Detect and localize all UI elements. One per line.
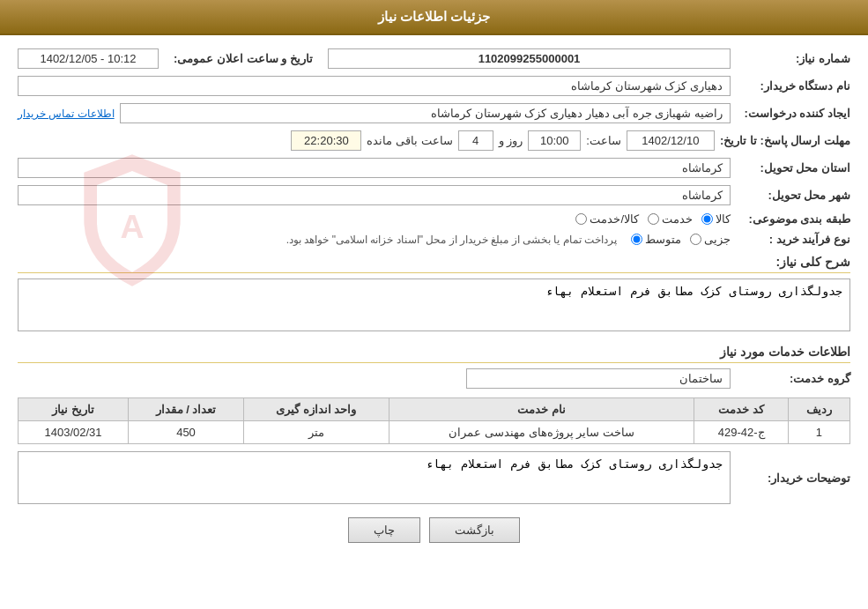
process-options: متوسط جزیی [631,233,731,246]
cell-unit: متر [243,421,389,444]
deadline-date: 1402/12/10 [627,130,715,151]
subject-row: طبقه بندی موضوعی: کالا/خدمت خدمت کالا [18,212,850,226]
services-title: اطلاعات خدمات مورد نیاز [18,345,850,363]
service-group-value: ساختمان [466,368,731,389]
page-header: جزئیات اطلاعات نیاز [0,0,868,35]
subject-option-khedmat[interactable]: خدمت [648,212,693,226]
buyer-desc-label: توضیحات خریدار: [736,472,850,485]
deadline-row: مهلت ارسال پاسخ: تا تاریخ: 1402/12/10 سا… [18,130,850,151]
cell-date: 1403/02/31 [19,421,129,444]
need-number-label: شماره نیاز: [736,52,850,65]
need-description-title: شرح کلی نیاز: [18,255,850,273]
buyer-desc-section: توضیحات خریدار: [18,451,850,504]
cell-service-name: ساخت سایر پروژه‌های مهندسی عمران [389,421,694,444]
delivery-city-label: شهر محل تحویل: [736,189,850,202]
creator-value: راضیه شهبازی جره آبی دهیار دهیاری کزک شه… [120,103,731,123]
subject-options: کالا/خدمت خدمت کالا [575,212,731,226]
deadline-days: 4 [458,130,493,151]
services-table: ردیف کد خدمت نام خدمت واحد اندازه گیری ت… [18,397,850,444]
col-service-name: نام خدمت [389,398,694,421]
announce-datetime-value: 1402/12/05 - 10:12 [18,48,159,69]
subject-option-kala-khedmat[interactable]: کالا/خدمت [575,212,639,226]
process-row: نوع فرآیند خرید : متوسط جزیی پرداخت تمام… [18,233,850,246]
creator-row: ایجاد کننده درخواست: راضیه شهبازی جره آب… [18,103,850,123]
process-option-motavasset[interactable]: متوسط [631,233,681,246]
delivery-city-value: کرماشاه [18,185,731,205]
need-number-row: شماره نیاز: 1102099255000001 تاریخ و ساع… [18,48,850,69]
col-service-code: کد خدمت [694,398,788,421]
process-description: پرداخت تمام یا بخشی از مبلغ خریدار از مح… [286,234,617,246]
deadline-days-label: روز و [499,134,523,147]
col-date: تاریخ نیاز [19,398,129,421]
cell-row-num: 1 [788,421,849,444]
delivery-province-label: استان محل تحویل: [736,161,850,175]
buyer-org-row: نام دستگاه خریدار: دهیاری کزک شهرستان کر… [18,76,850,96]
buyer-desc-row: توضیحات خریدار: [18,451,850,504]
process-option-jozii[interactable]: جزیی [690,233,731,246]
subject-label: طبقه بندی موضوعی: [736,212,850,226]
services-section: اطلاعات خدمات مورد نیاز گروه خدمت: ساختم… [18,345,850,444]
creator-label: ایجاد کننده درخواست: [736,107,850,120]
cell-quantity: 450 [129,421,244,444]
cell-service-code: ج-42-429 [694,421,788,444]
need-description-textarea[interactable] [18,279,850,331]
delivery-city-row: شهر محل تحویل: کرماشاه [18,185,850,205]
deadline-time-label: ساعت: [586,134,621,147]
page-title: جزئیات اطلاعات نیاز [378,9,490,24]
announce-datetime-label: تاریخ و ساعت اعلان عمومی: [174,52,313,65]
col-quantity: تعداد / مقدار [129,398,244,421]
contact-link[interactable]: اطلاعات تماس خریدار [18,108,115,120]
service-group-row: گروه خدمت: ساختمان [18,368,850,389]
print-button[interactable]: چاپ [348,517,420,543]
process-label: نوع فرآیند خرید : [736,233,850,246]
back-button[interactable]: بازگشت [429,517,520,543]
buyer-org-label: نام دستگاه خریدار: [736,79,850,93]
need-description-section: شرح کلی نیاز: [18,255,850,334]
subject-option-kala[interactable]: کالا [701,212,731,226]
service-group-label: گروه خدمت: [736,372,850,385]
col-unit: واحد اندازه گیری [243,398,389,421]
deadline-time: 10:00 [528,130,581,151]
delivery-province-value: کرماشاه [18,158,731,178]
buttons-row: بازگشت چاپ [18,517,850,556]
need-number-value: 1102099255000001 [328,48,731,69]
deadline-remaining-label: ساعت باقی مانده [367,134,452,147]
buyer-org-value: دهیاری کزک شهرستان کرماشاه [18,76,731,96]
deadline-label: مهلت ارسال پاسخ: تا تاریخ: [720,134,850,147]
table-row: 1 ج-42-429 ساخت سایر پروژه‌های مهندسی عم… [19,421,850,444]
deadline-remaining: 22:20:30 [291,130,361,151]
buyer-desc-textarea[interactable] [18,451,731,504]
delivery-province-row: استان محل تحویل: کرماشاه [18,158,850,178]
col-row-num: ردیف [788,398,849,421]
